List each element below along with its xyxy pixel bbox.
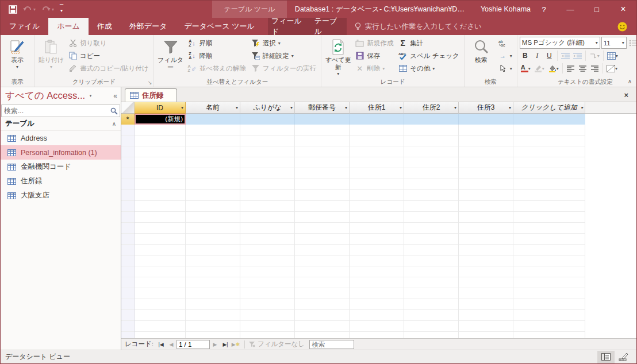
gridlines-button[interactable]: ▾	[606, 50, 619, 61]
datasheet-grid[interactable]	[121, 125, 636, 338]
tab-fields[interactable]: フィールド	[268, 18, 311, 35]
minimize-button[interactable]: —	[557, 1, 584, 18]
filter-button[interactable]: フィルター	[156, 37, 185, 78]
align-center-button[interactable]	[577, 63, 588, 74]
font-name-combo[interactable]: MS Pゴシック (詳細) ▾	[520, 37, 600, 49]
maximize-button[interactable]: □	[584, 1, 610, 18]
redo-button[interactable]: ▾	[41, 6, 54, 13]
column-dropdown-icon[interactable]: ▾	[581, 105, 583, 110]
design-view-button[interactable]	[615, 351, 632, 363]
account-name[interactable]: Yoshie Kohama	[481, 5, 531, 13]
column-header-furigana[interactable]: ふりがな ▾	[240, 102, 295, 114]
format-painter-button[interactable]: 書式のコピー/貼り付け	[66, 62, 151, 75]
highlight-color-button[interactable]: ▾	[533, 63, 546, 74]
view-button[interactable]: 表示 ▾	[3, 37, 32, 78]
font-size-combo[interactable]: 11 ▾	[601, 37, 627, 49]
collapse-ribbon-icon[interactable]: ∧	[628, 78, 632, 84]
help-button[interactable]: ?	[531, 1, 557, 18]
more-button[interactable]: その他 ▾	[396, 62, 462, 75]
filter-status-button[interactable]: フィルターなし	[248, 340, 305, 348]
first-record-button[interactable]: |◀	[156, 342, 166, 347]
new-record-id-cell[interactable]: (新規)	[135, 114, 186, 125]
new-record-selector[interactable]: *	[121, 114, 135, 125]
shutter-bar-icon[interactable]: «	[113, 92, 117, 100]
next-record-button[interactable]: ▶	[210, 342, 220, 347]
nav-search-input[interactable]	[2, 107, 108, 115]
column-header-address2[interactable]: 住所2 ▾	[404, 102, 459, 114]
spelling-button[interactable]: ABC スペル チェック	[396, 49, 462, 62]
column-header-postal-code[interactable]: 郵便番号 ▾	[295, 102, 350, 114]
column-header-name[interactable]: 名前 ▾	[186, 102, 240, 114]
undo-button[interactable]: ▾	[23, 6, 36, 13]
column-header-id[interactable]: ID ▾	[135, 102, 186, 114]
cut-button[interactable]: 切り取り	[66, 37, 151, 49]
column-dropdown-icon[interactable]: ▾	[454, 105, 456, 110]
column-dropdown-icon[interactable]: ▾	[290, 105, 293, 110]
document-tab-address-book[interactable]: 住所録	[125, 88, 177, 102]
find-button[interactable]: 検索	[467, 37, 496, 78]
italic-button[interactable]: I	[532, 50, 543, 61]
nav-section-tables[interactable]: テーブル ∧	[1, 117, 121, 131]
copy-button[interactable]: コピー	[66, 49, 151, 62]
sort-ascending-button[interactable]: AZ↓ 昇順	[185, 37, 248, 49]
column-dropdown-icon[interactable]: ▾	[509, 105, 511, 110]
qat-customize-button[interactable]: ▔ ▾	[60, 6, 63, 12]
column-dropdown-icon[interactable]: ▾	[181, 105, 183, 110]
column-dropdown-icon[interactable]: ▾	[236, 105, 238, 110]
select-button[interactable]: ▾	[496, 62, 515, 75]
column-header-address3[interactable]: 住所3 ▾	[459, 102, 513, 114]
replace-button[interactable]: ab ac	[496, 37, 515, 49]
new-record-cell-add[interactable]	[513, 114, 585, 125]
selection-button[interactable]: 選択 ▾	[248, 37, 318, 49]
previous-record-button[interactable]: ◀	[166, 342, 176, 347]
new-record-cell-address2[interactable]	[404, 114, 459, 125]
new-record-cell-address1[interactable]	[350, 114, 404, 125]
last-record-button[interactable]: ▶|	[220, 342, 231, 347]
paragraph-direction-button[interactable]: ▾	[588, 50, 601, 61]
datasheet-format-button[interactable]: ▾	[605, 63, 619, 74]
align-right-button[interactable]	[589, 63, 600, 74]
refresh-all-button[interactable]: すべて更新 ▾	[324, 37, 352, 78]
new-record-cell-address3[interactable]	[459, 114, 513, 125]
tab-file[interactable]: ファイル	[1, 18, 48, 35]
column-header-click-to-add[interactable]: クリックして追加 ▾	[513, 102, 585, 114]
tab-home[interactable]: ホーム	[48, 18, 89, 35]
underline-button[interactable]: U	[544, 50, 555, 61]
align-left-button[interactable]	[565, 63, 576, 74]
goto-button[interactable]: → ▾	[496, 49, 515, 62]
paste-button[interactable]: 貼り付け ▾	[37, 37, 66, 78]
save-button[interactable]	[9, 5, 17, 14]
bullets-button[interactable]	[628, 37, 637, 49]
new-record-button[interactable]: 新規作成	[352, 37, 396, 49]
save-record-button[interactable]: 保存	[352, 49, 396, 62]
new-record-cell-postal-code[interactable]	[295, 114, 350, 125]
tab-db-tools[interactable]: データベース ツール	[175, 18, 263, 35]
column-dropdown-icon[interactable]: ▾	[345, 105, 347, 110]
nav-item-address[interactable]: Address	[1, 131, 121, 145]
record-search-input[interactable]	[309, 340, 354, 349]
nav-item-financial-code[interactable]: 金融機関コード	[1, 160, 121, 174]
background-color-button[interactable]: ▾	[547, 63, 560, 74]
new-record-cell-furigana[interactable]	[240, 114, 295, 125]
tab-table[interactable]: テーブル	[311, 18, 347, 35]
new-record-cell-name[interactable]	[186, 114, 240, 125]
delete-record-button[interactable]: ✕ 削除 ▾	[352, 62, 396, 75]
tell-me-box[interactable]: 実行したい作業を入力してください	[347, 18, 482, 35]
sort-descending-button[interactable]: ZA↓ 降順	[185, 49, 248, 62]
toggle-filter-button[interactable]: フィルターの実行	[248, 62, 318, 75]
nav-pane-title[interactable]: すべての Access...	[5, 90, 85, 102]
tab-external-data[interactable]: 外部データ	[121, 18, 176, 35]
increase-indent-button[interactable]	[572, 50, 583, 61]
nav-pane-menu-icon[interactable]: ▾	[86, 92, 95, 100]
nav-item-osaka-branch[interactable]: 大阪支店	[1, 188, 121, 203]
clear-sort-button[interactable]: AZ⇙ 並べ替えの解除	[185, 62, 248, 75]
font-color-button[interactable]: A ▾	[520, 63, 532, 74]
datasheet-view-button[interactable]	[597, 351, 615, 363]
column-dropdown-icon[interactable]: ▾	[400, 105, 402, 110]
advanced-filter-button[interactable]: 詳細設定 ▾	[248, 49, 318, 62]
select-all-corner[interactable]	[121, 102, 135, 114]
totals-button[interactable]: Σ 集計	[396, 37, 462, 49]
feedback-button[interactable]	[617, 18, 627, 35]
nav-item-address-book[interactable]: 住所録	[1, 174, 121, 188]
nav-search-icon[interactable]	[108, 107, 120, 115]
